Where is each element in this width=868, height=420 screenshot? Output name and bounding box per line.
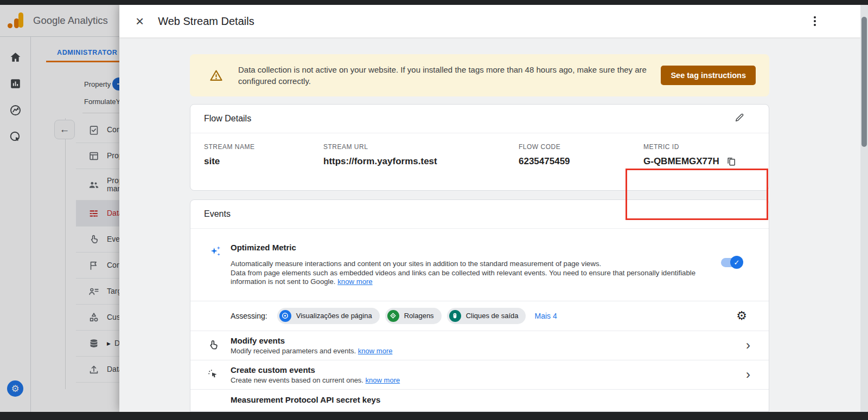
events-title: Events: [204, 209, 745, 219]
stream-name-field: STREAM NAME site: [204, 143, 255, 167]
know-more-link[interactable]: know more: [337, 277, 373, 286]
metric-id-field: METRIC ID G-QBMEMGX77H: [643, 143, 737, 167]
events-header: Events: [190, 200, 769, 229]
know-more-link[interactable]: know more: [358, 347, 393, 355]
flow-code-field: FLOW CODE 6235475459: [519, 143, 570, 167]
chevron-right-icon[interactable]: ›: [746, 340, 750, 351]
optimized-metric-title: Optimized Metric: [231, 243, 721, 252]
gear-icon[interactable]: ⚙: [736, 309, 747, 323]
check-icon: ✓: [734, 259, 740, 267]
more-options-icon[interactable]: [812, 14, 818, 28]
chip-label: Rolagens: [404, 312, 434, 320]
optimized-metric-toggle[interactable]: ✓: [721, 258, 742, 267]
stream-url-field: STREAM URL https://form.yayforms.test: [323, 143, 437, 167]
field-value: https://form.yayforms.test: [323, 156, 437, 167]
scroll-diamond-icon: [387, 310, 399, 322]
optimized-metric-description-line1: Automatically measure interactions and c…: [231, 260, 721, 269]
flow-details-fields: STREAM NAME site STREAM URL https://form…: [190, 133, 769, 190]
screen: Google Analytics ⚙ ADMINISTRATOR Propert…: [0, 0, 868, 420]
row-title: Measurement Protocol API secret keys: [231, 395, 769, 404]
optimized-metric-description-line2: Data from page elements such as embedded…: [231, 269, 695, 286]
field-value: site: [204, 156, 255, 167]
row-title: Modify events: [231, 336, 392, 345]
field-label: METRIC ID: [643, 143, 737, 151]
edit-pencil-icon[interactable]: [734, 112, 745, 125]
mouse-icon: [449, 310, 461, 322]
touch-icon: [207, 339, 220, 352]
eye-icon: [279, 310, 291, 322]
chip-scrolls[interactable]: Rolagens: [385, 308, 442, 324]
assessing-label: Assessing:: [231, 312, 267, 320]
measurement-protocol-row[interactable]: Measurement Protocol API secret keys: [190, 389, 769, 404]
create-custom-events-row[interactable]: Create custom events Create new events b…: [190, 360, 769, 389]
copy-icon[interactable]: [726, 156, 737, 167]
field-value: 6235475459: [519, 156, 570, 167]
sparkle-icon: [209, 243, 231, 264]
cursor-sparkle-icon: [207, 368, 220, 381]
modal-scrim: [0, 5, 119, 412]
row-description: Create new events based on current ones.: [231, 376, 363, 384]
flow-details-header: Flow Details: [190, 105, 769, 133]
modal-title: Web Stream Details: [158, 15, 254, 28]
assessing-row: Assessing: Visualizações de página: [190, 301, 769, 331]
warning-text: Data collection is not active on your we…: [238, 64, 648, 87]
web-stream-details-modal: × Web Stream Details Data collection is …: [119, 5, 860, 412]
know-more-link[interactable]: know more: [366, 376, 400, 384]
window-bottom-edge: [0, 412, 868, 420]
ga-app-background: Google Analytics ⚙ ADMINISTRATOR Propert…: [0, 5, 119, 412]
chevron-right-icon[interactable]: ›: [746, 369, 750, 380]
field-label: STREAM URL: [323, 143, 437, 151]
row-title: Create custom events: [231, 365, 400, 374]
more-events-link[interactable]: Mais 4: [534, 312, 557, 320]
close-icon[interactable]: ×: [136, 14, 144, 28]
events-card: Events Optimized Metric Automatically me…: [190, 199, 769, 412]
warning-triangle-icon: [209, 68, 224, 83]
metric-id-value: G-QBMEMGX77H: [643, 156, 719, 167]
flow-details-card: Flow Details STREAM NAME site STREAM URL…: [190, 104, 769, 191]
data-collection-warning-banner: Data collection is not active on your we…: [190, 54, 769, 96]
see-tag-instructions-button[interactable]: See tag instructions: [661, 66, 756, 85]
chip-label: Visualizações de página: [296, 312, 372, 320]
scrollbar-thumb[interactable]: [861, 17, 867, 147]
page-scrollbar[interactable]: [860, 5, 868, 412]
chip-outbound-clicks[interactable]: Cliques de saída: [447, 308, 526, 324]
modify-events-row[interactable]: Modify events Modify received parameters…: [190, 331, 769, 360]
optimized-metric-section: Optimized Metric Automatically measure i…: [190, 229, 769, 287]
flow-details-title: Flow Details: [204, 114, 734, 124]
chip-label: Cliques de saída: [466, 312, 519, 320]
modal-header: × Web Stream Details: [119, 5, 860, 38]
field-label: FLOW CODE: [519, 143, 570, 151]
field-label: STREAM NAME: [204, 143, 255, 151]
row-description: Modify received parameters and events.: [231, 347, 356, 355]
chip-page-views[interactable]: Visualizações de página: [277, 308, 380, 324]
window-top-edge: [0, 0, 868, 5]
modal-body: Data collection is not active on your we…: [119, 38, 860, 412]
